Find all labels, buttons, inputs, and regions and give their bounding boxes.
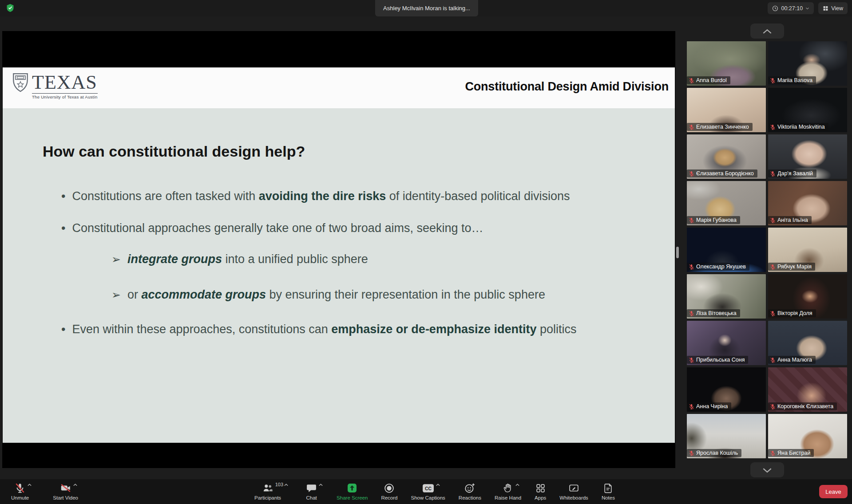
participant-tile[interactable]: Ліза Вітовецька [687,274,766,319]
participant-name: Ярослав Кошіль [696,450,738,456]
toolbar-left-group: Unmute Start Video [5,481,84,500]
participants-grid: Anna Burdol Mariia Basova Елизавета Зинч… [687,41,849,458]
participant-name: Анна Малюга [777,357,812,363]
participant-name: Короговнік Єлизавета [777,403,833,410]
participant-tile[interactable]: Елизавета Зинченко [687,88,766,132]
chevron-up-icon[interactable] [515,483,520,487]
mic-muted-icon [770,450,776,456]
start-video-button[interactable]: Start Video [47,481,84,500]
participant-tile[interactable]: Рябчук Марія [768,228,847,272]
whiteboards-button[interactable]: Whiteboards [554,481,594,500]
zoom-meeting-window: Ashley McIlvain Moran is talking... 00:2… [0,0,852,504]
participant-tile[interactable]: Вікторія Доля [768,274,847,319]
reactions-button[interactable]: Reactions [453,481,487,500]
participant-name: Олександр Якушев [696,264,746,270]
bullet-marker: ➢ [111,250,121,268]
active-speaker-text: Ashley McIlvain Moran is talking... [383,5,470,12]
chevron-up-icon[interactable] [318,483,323,487]
notes-button[interactable]: Notes [596,481,621,500]
record-button[interactable]: Record [375,481,403,500]
participant-name-label: Вікторія Доля [768,309,816,317]
mic-muted-icon [770,217,776,223]
participant-tile[interactable]: Anna Burdol [687,41,766,86]
mic-muted-icon [689,171,694,177]
participant-tile[interactable]: Марія Губанова [687,181,766,225]
raise-hand-icon [503,483,514,494]
security-shield-icon[interactable] [6,4,14,13]
chevron-up-icon[interactable] [27,483,32,487]
mic-muted-icon [770,78,776,83]
participant-name: Анна Чиріна [696,403,728,410]
participant-name: Яна Бистрай [777,450,810,456]
logo-subtitle: The University of Texas at Austin [32,93,98,99]
bullet-marker: • [61,219,65,237]
participant-tile[interactable]: Єлизавета Бородієнко [687,134,766,179]
chevron-up-icon[interactable] [284,483,289,487]
apps-icon [535,483,546,494]
scroll-up-button[interactable] [750,24,784,39]
participant-tile[interactable]: Дар'я Завалій [768,134,847,179]
participant-name-label: Anna Burdol [687,76,730,84]
participants-button[interactable]: 103 Participants [249,481,287,500]
mic-muted-icon [770,357,776,363]
participant-tile[interactable]: Viktoriia Moskvitina [768,88,847,132]
mic-muted-icon [689,264,694,270]
participant-name: Марія Губанова [696,217,737,223]
panel-resize-handle[interactable] [676,247,679,258]
participant-tile[interactable]: Ярослав Кошіль [687,414,766,458]
mic-muted-icon [689,450,694,456]
participant-name: Вікторія Доля [777,310,812,316]
participant-tile[interactable]: Анна Малюга [768,321,847,365]
participant-name: Прибильська Соня [696,357,745,363]
mic-muted-icon [770,264,776,270]
mic-muted-icon [689,78,694,83]
unmute-button[interactable]: Unmute [5,481,35,500]
participant-name-label: Mariia Basova [768,76,816,84]
participant-name: Рябчук Марія [777,264,812,270]
chevron-up-icon [761,28,773,34]
active-speaker-banner: Ashley McIlvain Moran is talking... [375,0,478,16]
participant-tile[interactable]: Олександр Якушев [687,228,766,272]
participant-tile[interactable]: Яна Бистрай [768,414,847,458]
participant-tile[interactable]: Короговнік Єлизавета [768,367,847,412]
participant-tile[interactable]: Прибильська Соня [687,321,766,365]
share-screen-button[interactable]: Share Screen [331,481,373,500]
chevron-up-icon[interactable] [73,483,78,487]
apps-button[interactable]: Apps [529,481,552,500]
bullet-marker: ➢ [111,286,121,303]
mic-muted-icon [689,217,694,223]
scroll-down-button[interactable] [750,462,784,477]
chevron-up-icon[interactable] [436,483,440,487]
slide-bullet: ➢or accommodate groups by ensuring their… [111,286,545,303]
camera-muted-icon [60,482,71,494]
participant-tile[interactable]: Mariia Basova [768,41,847,86]
show-captions-button[interactable]: CC Show Captions [405,481,451,500]
leave-button[interactable]: Leave [819,485,848,498]
participant-name-label: Олександр Якушев [687,263,749,271]
chat-button[interactable]: Chat [300,481,323,500]
bullet-marker: • [61,320,65,338]
participant-name-label: Яна Бистрай [768,449,814,457]
participant-tile[interactable]: Аніта Ільїна [768,181,847,225]
mic-muted-icon [770,311,776,316]
participant-name-label: Аніта Ільїна [768,216,812,224]
logo-wordmark: TEXAS [32,73,98,92]
participant-name-label: Анна Чиріна [687,402,731,410]
meeting-toolbar: Unmute Start Video 103 Participants [0,479,852,504]
participant-name-label: Ярослав Кошіль [687,449,741,457]
participant-name: Ліза Вітовецька [696,310,737,316]
participant-name-label: Єлизавета Бородієнко [687,169,757,177]
slide-title: Constitutional Design Amid Division [465,80,669,94]
mic-muted-icon [689,124,694,130]
participant-tile[interactable]: Анна Чиріна [687,367,766,412]
participant-name-label: Анна Малюга [768,356,816,364]
closed-captions-icon: CC [422,483,434,493]
participant-name: Елизавета Зинченко [696,124,749,130]
participant-name: Viktoriia Moskvitina [777,124,825,130]
raise-hand-button[interactable]: Raise Hand [489,481,527,500]
slide-heading: How can constitutional design help? [43,143,305,160]
participant-name-label: Марія Губанова [687,216,740,224]
participant-name: Anna Burdol [696,77,727,83]
participant-name-label: Viktoriia Moskvitina [768,123,828,131]
chat-icon [306,483,317,494]
